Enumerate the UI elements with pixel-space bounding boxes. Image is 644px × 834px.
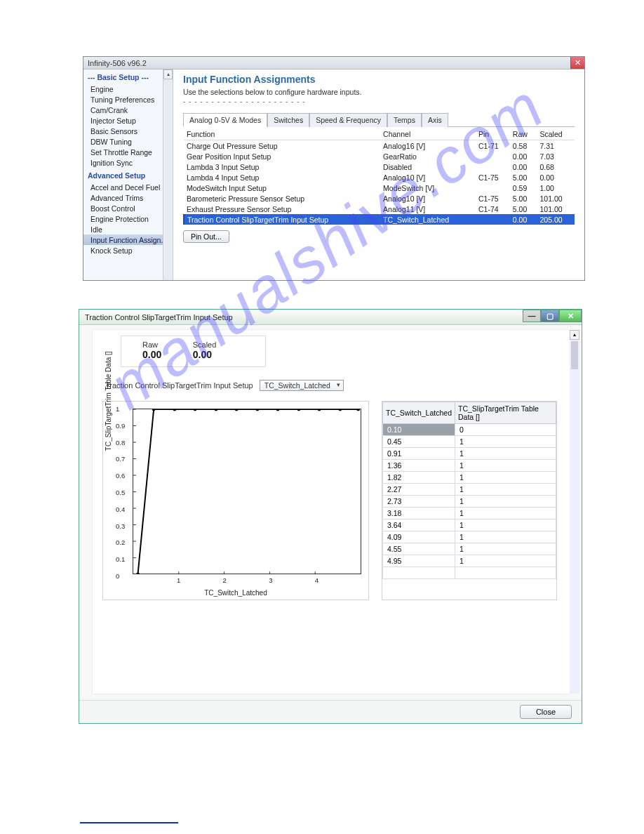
svg-point-22 [276,409,280,411]
main-window: Infinity-506 v96.2 ✕ --- Basic Setup ---… [83,56,585,281]
close-icon[interactable]: ✕ [570,56,584,69]
dialog-body: Raw 0.00 Scaled 0.00 Traction Control Sl… [92,329,570,694]
cell: 5.00 [510,204,537,214]
sidebar-item[interactable]: Injector Setup [83,115,173,126]
tab[interactable]: Analog 0-5V & Modes [183,113,267,127]
sidebar-item[interactable]: Tuning Preferences [83,94,173,105]
page-subtitle: Use the selections below to configure ha… [183,88,575,96]
sidebar-scrollbar[interactable]: ▴ [163,70,173,280]
y-tick: 1 [116,405,119,413]
table-row[interactable]: 1.361 [383,460,556,472]
sidebar-item[interactable]: Cam/Crank [83,105,173,115]
cell: C1-75 [476,193,510,204]
scroll-up-icon[interactable]: ▴ [570,330,579,340]
tab[interactable]: Axis [422,113,448,127]
sidebar-item[interactable]: Input Function Assign... [83,234,173,245]
sidebar-header-basic[interactable]: --- Basic Setup --- ▴ [83,70,173,84]
table-row[interactable]: 4.551 [383,543,556,555]
x-tick: 4 [315,576,318,584]
table-row[interactable]: 4.951 [383,555,556,567]
dialog-title: Traction Control SlipTargetTrim Input Se… [85,313,233,322]
sidebar-item[interactable]: Advanced Trims [83,192,173,203]
y-axis-label: TC_SlipTargetTrim Table Data [] [105,351,112,451]
table-row[interactable]: 0.911 [383,448,556,460]
window-title: Infinity-506 v96.2 ✕ [83,57,584,70]
scroll-thumb[interactable] [571,341,578,369]
col-y: TC_SlipTargetTrim Table Data [] [455,402,556,424]
table-row[interactable]: 0.100 [383,424,556,436]
close-icon[interactable]: ✕ [559,310,582,322]
table-row[interactable]: Lambda 3 Input SetupDisabled0.000.68 [184,161,575,172]
sidebar-item[interactable]: Basic Sensors [83,126,173,136]
cell: C1-75 [476,172,510,183]
close-button[interactable]: Close [520,705,572,719]
trim-table: TC_Switch_Latched TC_SlipTargetTrim Tabl… [382,401,557,600]
sidebar-item[interactable]: DBW Tuning [83,136,173,147]
sidebar-item[interactable]: Engine [83,84,173,94]
function-table: FunctionChannelPinRawScaled Charge Out P… [183,128,575,225]
setup-label: Traction Control SlipTargetTrim Input Se… [105,381,253,390]
readout-panel: Raw 0.00 Scaled 0.00 [121,336,266,367]
y-tick: 0.4 [116,505,125,512]
svg-point-26 [356,409,360,411]
cell: 0.00 [510,161,537,172]
cell: ModeSwitch Input Setup [184,183,380,193]
cell: 1.36 [383,460,455,472]
cell: 5.00 [510,193,537,204]
sidebar-item[interactable]: Engine Protection [83,213,173,224]
maximize-icon[interactable]: ▢ [541,310,559,322]
scaled-value: 0.00 [193,349,217,360]
sidebar-item[interactable]: Accel and Decel Fuel [83,182,173,192]
cell: 0.91 [383,448,455,460]
y-tick: 0.3 [116,522,125,529]
sidebar-header-advanced[interactable]: Advanced Setup ▴ [83,168,173,182]
minimize-icon[interactable]: — [523,310,541,322]
channel-select[interactable]: TC_Switch_Latched [260,380,344,391]
tab[interactable]: Temps [387,113,422,127]
table-row[interactable]: 2.271 [383,484,556,496]
table-row[interactable]: 3.641 [383,519,556,531]
table-row[interactable]: 1.821 [383,472,556,484]
pinout-button[interactable]: Pin Out... [183,230,229,243]
cell: Traction Control SlipTargetTrim Input Se… [184,214,380,225]
table-row[interactable]: Charge Out Pressure SetupAnalog16 [V]C1-… [184,140,575,152]
table-row[interactable]: 0.451 [383,436,556,448]
cell: 5.00 [510,172,537,183]
cell: 1 [455,496,556,508]
table-row[interactable]: Traction Control SlipTargetTrim Input Se… [184,214,575,225]
y-tick: 0.2 [116,538,125,546]
sidebar-item[interactable]: Idle [83,224,173,234]
cell: 1.00 [537,183,575,193]
cell: Barometeric Pressure Sensor Setup [184,193,380,204]
tab[interactable]: Speed & Frequency [309,113,387,127]
cell: 2.73 [383,496,455,508]
cell: 7.03 [537,151,575,161]
sidebar-item[interactable]: Knock Setup [83,245,173,256]
table-row[interactable]: Barometeric Pressure Sensor SetupAnalog1… [184,193,575,204]
svg-point-17 [173,409,176,411]
cell: 1.82 [383,472,455,484]
dialog-scrollbar[interactable]: ▴ [570,330,579,694]
cell: 0 [455,424,556,436]
table-row[interactable]: 3.181 [383,508,556,519]
cell: Analog16 [V] [380,140,476,152]
sidebar-item[interactable]: Set Throttle Range [83,147,173,157]
trim-plot: TC_SlipTargetTrim Table Data [] TC_Switc… [102,401,369,600]
table-row[interactable]: 4.091 [383,531,556,543]
table-row[interactable]: Gear Position Input SetupGearRatio0.007.… [184,151,575,161]
tab-strip: Analog 0-5V & ModesSwitchesSpeed & Frequ… [183,112,575,127]
table-row[interactable]: ModeSwitch Input SetupModeSwitch [V]0.59… [184,183,575,193]
cell [476,183,510,193]
tab[interactable]: Switches [267,113,309,127]
cell: 101.00 [537,193,575,204]
sidebar-item[interactable]: Ignition Sync [83,157,173,168]
table-row[interactable]: Lambda 4 Input SetupAnalog10 [V]C1-755.0… [184,172,575,183]
table-row[interactable]: 2.731 [383,496,556,508]
scroll-up-icon[interactable]: ▴ [163,70,173,79]
cell [476,161,510,172]
sidebar-item[interactable]: Boost Control [83,203,173,213]
y-tick: 0.9 [116,421,125,429]
table-row[interactable]: Exhaust Pressure Sensor SetupAnalog11 [V… [184,204,575,214]
y-tick: 0.8 [116,438,125,446]
cell: 101.00 [537,204,575,214]
